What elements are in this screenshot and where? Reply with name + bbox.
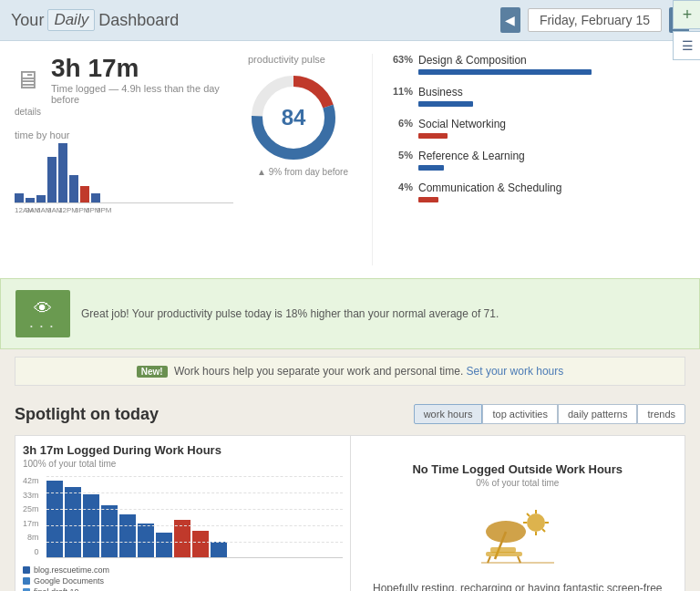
- cat-bar-5: [418, 197, 438, 202]
- list-icon-button[interactable]: ☰: [673, 31, 700, 60]
- monitor-icon: 🖥: [15, 65, 40, 95]
- cat-info-1: Design & Composition: [418, 54, 592, 75]
- time-header: 🖥 3h 17m Time logged — 4.9h less than th…: [15, 54, 233, 105]
- categories-panel: 63% Design & Composition 11% Business 6%…: [372, 54, 685, 265]
- cat-name-4: Reference & Learning: [418, 150, 525, 162]
- hour-label-4: 9AM: [47, 206, 57, 214]
- legend-label-1: blog.rescuetime.com: [34, 565, 109, 575]
- cat-info-5: Communication & Scheduling: [418, 181, 561, 202]
- donut-chart: 84: [248, 72, 339, 163]
- spotlight-header: Spotlight on today work hours top activi…: [15, 404, 685, 424]
- add-icon-button[interactable]: +: [673, 0, 700, 29]
- spot-bar-2: [65, 487, 81, 558]
- no-time-message: Hopefully resting, recharging or having …: [358, 581, 678, 591]
- tab-daily-patterns[interactable]: daily patterns: [558, 404, 637, 424]
- current-date: Friday, February 15: [528, 8, 662, 32]
- alert-box: 👁 • • • Great job! Your productivity pul…: [0, 278, 700, 349]
- hour-bar-labels: 12AM 3AM 6AM 9AM 12PM 3PM 6PM 9PM: [15, 206, 233, 214]
- tab-group: work hours top activities daily patterns…: [414, 404, 685, 424]
- spot-bar-8: [174, 520, 190, 558]
- main-content: 🖥 3h 17m Time logged — 4.9h less than th…: [0, 41, 700, 278]
- svg-line-15: [488, 556, 490, 563]
- y-label-25: 25m: [23, 504, 39, 513]
- category-item: 4% Communication & Scheduling: [387, 181, 685, 202]
- y-label-17: 17m: [23, 519, 39, 528]
- set-work-hours-link[interactable]: Set your work hours: [467, 365, 564, 378]
- cat-info-3: Social Networking: [418, 118, 506, 139]
- legend-item-3: final draft 10: [23, 587, 343, 591]
- bar-7: [80, 186, 89, 202]
- productivity-pulse-section: productivity pulse 84 ▲ 9% from day befo…: [248, 54, 357, 265]
- hour-label-1: 12AM: [15, 206, 24, 214]
- pulse-comparison: ▲ 9% from day before: [248, 167, 357, 177]
- eye-icon: 👁: [34, 298, 52, 319]
- banner-text: Work hours help you separate your work a…: [174, 365, 463, 378]
- legend-label-2: Google Documents: [34, 576, 104, 586]
- bar-4: [47, 157, 57, 202]
- cat-name-1: Design & Composition: [418, 54, 592, 67]
- prod-pulse-label: productivity pulse: [248, 54, 357, 65]
- spot-bar-4: [101, 505, 118, 558]
- spotlight-section: Spotlight on today work hours top activi…: [0, 393, 700, 591]
- sidebar-icons: + ☰: [673, 0, 700, 60]
- legend-color-2: [23, 577, 30, 585]
- time-by-hour-section: time by hour 12AM 3AM 6AM 9AM 12PM: [15, 130, 233, 214]
- time-sub: Time logged — 4.9h less than the day bef…: [51, 83, 233, 105]
- alert-text: Great job! Your productivity pulse today…: [81, 307, 499, 320]
- eye-dots: • • •: [30, 322, 56, 330]
- no-time-title: No Time Logged Outside Work Hours: [412, 462, 623, 476]
- cat-name-5: Communication & Scheduling: [418, 181, 561, 194]
- prev-date-button[interactable]: ◀: [500, 7, 520, 33]
- y-label-8: 8m: [23, 533, 39, 542]
- cat-bar-4: [418, 165, 444, 171]
- cat-percent-2: 11%: [387, 86, 413, 97]
- legend-item-1: blog.rescuetime.com: [23, 565, 343, 575]
- new-badge: New!: [137, 366, 168, 378]
- details-link[interactable]: details: [15, 107, 233, 117]
- title-dashboard: Dashboard: [98, 11, 179, 30]
- new-banner: New! Work hours help you separate your w…: [15, 357, 685, 386]
- bar-chart-area: [46, 476, 343, 558]
- y-label-0: 0: [23, 547, 39, 556]
- svg-rect-14: [490, 547, 516, 553]
- y-label-42: 42m: [23, 476, 39, 485]
- spot-bar-7: [156, 533, 172, 558]
- hour-label-5: 12PM: [58, 206, 73, 214]
- left-panel: 🖥 3h 17m Time logged — 4.9h less than th…: [15, 54, 233, 265]
- category-item: 6% Social Networking: [387, 118, 685, 139]
- no-time-chart: No Time Logged Outside Work Hours 0% of …: [351, 435, 686, 591]
- spotlight-charts: 3h 17m Logged During Work Hours 100% of …: [15, 435, 685, 591]
- bar-2: [26, 198, 35, 202]
- title-daily: Daily: [47, 9, 95, 31]
- category-item: 11% Business: [387, 86, 685, 107]
- no-time-subtitle: 0% of your total time: [476, 478, 559, 488]
- hour-bar-chart: [15, 144, 233, 203]
- date-nav: ◀ Friday, February 15 ▶: [500, 7, 689, 33]
- tab-work-hours[interactable]: work hours: [414, 404, 483, 424]
- cat-percent-4: 5%: [387, 150, 413, 161]
- category-item: 63% Design & Composition: [387, 54, 685, 75]
- cat-info-4: Reference & Learning: [418, 150, 525, 171]
- cat-percent-5: 4%: [387, 181, 413, 192]
- cat-bar-3: [418, 133, 448, 139]
- page-title: Your Daily Dashboard: [11, 9, 179, 31]
- header: Your Daily Dashboard ◀ Friday, February …: [0, 0, 700, 41]
- bar-3: [36, 195, 46, 202]
- tab-trends[interactable]: trends: [637, 404, 685, 424]
- spot-bar-1: [46, 481, 63, 558]
- spotlight-bars: [46, 476, 343, 558]
- cat-name-3: Social Networking: [418, 118, 506, 130]
- pulse-value: 84: [282, 105, 306, 130]
- time-logged: 3h 17m: [51, 54, 233, 83]
- category-item: 5% Reference & Learning: [387, 150, 685, 171]
- cat-info-2: Business: [418, 86, 473, 107]
- spot-bar-5: [119, 514, 136, 558]
- cat-name-2: Business: [418, 86, 473, 98]
- y-axis: 42m 33m 25m 17m 8m 0: [23, 476, 43, 558]
- tab-top-activities[interactable]: top activities: [482, 404, 558, 424]
- bar-1: [15, 193, 24, 202]
- svg-line-9: [527, 513, 530, 516]
- legend-label-3: final draft 10: [34, 587, 79, 591]
- spot-bar-9: [192, 531, 209, 558]
- cat-percent-1: 63%: [387, 54, 413, 65]
